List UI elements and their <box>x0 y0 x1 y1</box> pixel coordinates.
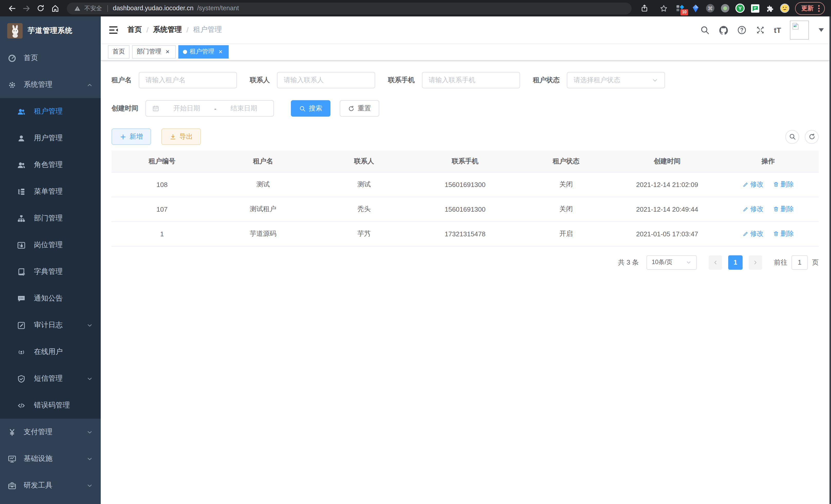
search-button[interactable]: 搜索 <box>291 100 331 117</box>
browser-update-button[interactable]: 更新 <box>795 2 825 14</box>
extension-tiles-icon[interactable]: 10 <box>676 4 685 13</box>
extension-command-icon[interactable]: ⌘ <box>706 4 715 13</box>
date-range-input[interactable]: 开始日期 - 结束日期 <box>145 100 274 117</box>
screen: 不安全 dashboard.yudao.iocoder.cn/system/te… <box>0 0 831 504</box>
sidebar-item-基础设施[interactable]: 基础设施 <box>0 445 101 472</box>
help-icon[interactable] <box>737 25 747 35</box>
breadcrumb-item[interactable]: 系统管理 <box>153 25 182 34</box>
page-size-select[interactable]: 10条/页 <box>647 255 697 269</box>
delete-link[interactable]: 删除 <box>773 180 794 189</box>
edit-icon <box>742 206 748 212</box>
sidebar-item-label: 首页 <box>24 53 93 63</box>
tenant-table: 租户编号租户名联系人联系手机租户状态创建时间操作 108测试测试15601691… <box>112 151 819 246</box>
filter-row-2: 创建时间 开始日期 - 结束日期 搜索 重置 <box>112 100 819 117</box>
tab-close-icon[interactable]: × <box>217 48 224 55</box>
show-search-button[interactable] <box>785 130 799 144</box>
table-tools <box>785 130 819 144</box>
tab-部门管理[interactable]: 部门管理× <box>132 45 176 58</box>
browser-back-button[interactable] <box>5 2 19 15</box>
edit-icon <box>742 181 748 187</box>
extension-kite-icon[interactable] <box>691 4 700 13</box>
user-avatar[interactable] <box>790 20 809 39</box>
avatar-caret-icon[interactable] <box>819 28 824 32</box>
refresh-table-button[interactable] <box>805 130 819 144</box>
header-search-icon[interactable] <box>700 25 710 35</box>
sidebar-item-支付管理[interactable]: 支付管理 <box>0 419 101 445</box>
fullscreen-icon[interactable] <box>755 25 765 35</box>
sidebar-item-label: 字典管理 <box>34 267 93 276</box>
reset-button[interactable]: 重置 <box>340 100 379 117</box>
current-page[interactable]: 1 <box>728 255 743 269</box>
browser-forward-button[interactable] <box>20 2 33 15</box>
refresh-icon <box>808 133 815 140</box>
sidebar-item-在线用户[interactable]: 在线用户 <box>0 338 101 365</box>
sidebar-item-菜单管理[interactable]: 菜单管理 <box>0 178 101 205</box>
cell-id: 1 <box>112 221 212 246</box>
sidebar-item-错误码管理[interactable]: 错误码管理 <box>0 392 101 419</box>
goto-page-input[interactable]: 1 <box>792 255 808 269</box>
prev-page-button[interactable] <box>709 255 722 269</box>
edit-link[interactable]: 修改 <box>742 180 764 189</box>
contact-input[interactable]: 请输入联系人 <box>277 72 375 88</box>
extension-chat-icon[interactable] <box>750 4 760 13</box>
plus-icon <box>120 133 126 140</box>
column-header: 联系手机 <box>414 151 515 172</box>
sidebar-item-label: 通知公告 <box>34 294 93 303</box>
browser-menu-icon[interactable] <box>816 5 821 11</box>
tab-active-dot <box>183 50 187 54</box>
window-scrollbar[interactable] <box>829 17 831 504</box>
sidebar-item-系统管理[interactable]: 系统管理 <box>0 71 101 98</box>
browser-home-button[interactable] <box>48 2 62 15</box>
tab-首页[interactable]: 首页 <box>108 45 130 58</box>
sidebar-item-岗位管理[interactable]: 岗位管理 <box>0 232 101 259</box>
extension-y-icon[interactable]: Y <box>736 4 745 13</box>
sidebar-item-用户管理[interactable]: 用户管理 <box>0 125 101 152</box>
contact-label: 联系人 <box>250 76 270 85</box>
delete-link[interactable]: 删除 <box>773 205 794 214</box>
extension-green-dot-icon[interactable] <box>720 4 730 13</box>
trash-icon <box>773 231 779 237</box>
bookmark-star-icon[interactable] <box>657 2 670 15</box>
security-label[interactable]: 不安全 <box>84 4 102 12</box>
sidebar-item-通知公告[interactable]: 通知公告 <box>0 285 101 312</box>
github-icon[interactable] <box>718 25 728 35</box>
cell-name: 测试 <box>212 172 314 197</box>
sidebar-item-部门管理[interactable]: 部门管理 <box>0 205 101 232</box>
profile-avatar-emoji-icon[interactable] <box>780 4 790 13</box>
sidebar-item-审计日志[interactable]: 审计日志 <box>0 312 101 338</box>
font-size-icon[interactable]: tT <box>774 25 781 35</box>
tenant-name-input[interactable]: 请输入租户名 <box>139 72 237 88</box>
sidebar-fold-icon[interactable] <box>108 24 119 35</box>
app-logo: 芋道管理系统 <box>0 17 101 45</box>
sidebar-item-研发工具[interactable]: 研发工具 <box>0 472 101 499</box>
sidebar-item-首页[interactable]: 首页 <box>0 45 101 71</box>
edit-link[interactable]: 修改 <box>742 229 764 238</box>
tab-close-icon[interactable]: × <box>164 48 171 55</box>
status-select[interactable]: 请选择租户状态 <box>567 72 665 88</box>
sidebar-item-label: 研发工具 <box>24 481 86 490</box>
sidebar-item-角色管理[interactable]: 角色管理 <box>0 152 101 178</box>
browser-reload-button[interactable] <box>34 2 47 15</box>
sidebar-item-label: 菜单管理 <box>34 187 93 196</box>
breadcrumb-item[interactable]: 首页 <box>127 25 142 34</box>
add-button[interactable]: 新增 <box>112 128 151 145</box>
phone-input[interactable]: 请输入联系手机 <box>422 72 520 88</box>
column-header: 租户编号 <box>112 151 212 172</box>
extensions-puzzle-icon[interactable] <box>765 4 774 13</box>
edit-link[interactable]: 修改 <box>742 205 764 214</box>
share-icon[interactable] <box>638 2 651 15</box>
address-bar[interactable]: 不安全 dashboard.yudao.iocoder.cn/system/te… <box>67 2 632 14</box>
search-icon <box>299 105 306 112</box>
column-header: 联系人 <box>314 151 414 172</box>
sidebar-item-租户管理[interactable]: 租户管理 <box>0 98 101 125</box>
browser-chrome: 不安全 dashboard.yudao.iocoder.cn/system/te… <box>0 0 831 17</box>
gear-icon <box>8 80 17 89</box>
sidebar-item-字典管理[interactable]: 字典管理 <box>0 259 101 285</box>
sidebar-item-短信管理[interactable]: 短信管理 <box>0 365 101 392</box>
user-icon <box>17 134 26 143</box>
date-separator: - <box>214 105 217 112</box>
tab-租户管理[interactable]: 租户管理× <box>178 45 229 58</box>
export-button[interactable]: 导出 <box>161 128 201 145</box>
delete-link[interactable]: 删除 <box>773 229 794 238</box>
next-page-button[interactable] <box>749 255 762 269</box>
